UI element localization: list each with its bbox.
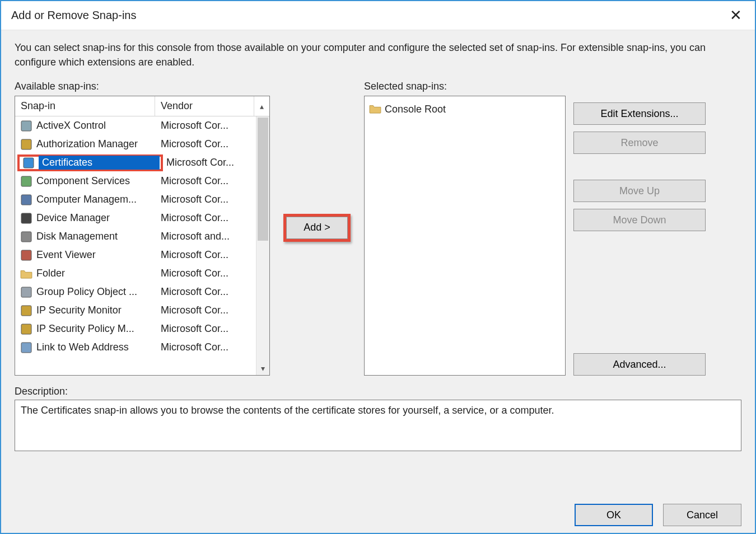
list-item-vendor: Microsoft Cor... xyxy=(157,268,254,279)
auth-icon xyxy=(20,138,33,151)
list-item-name: IP Security Policy M... xyxy=(36,323,157,335)
titlebar: Add or Remove Snap-ins ✕ xyxy=(1,1,755,30)
list-item-name: Authorization Manager xyxy=(36,138,157,150)
list-item[interactable]: CertificatesMicrosoft Cor... xyxy=(15,153,256,172)
cancel-button[interactable]: Cancel xyxy=(663,504,741,526)
remove-button[interactable]: Remove xyxy=(573,132,706,154)
tree-item[interactable]: Console Root xyxy=(369,101,561,118)
compmgmt-icon xyxy=(20,193,33,207)
list-item-vendor: Microsoft Cor... xyxy=(157,138,254,150)
dialog-window: Add or Remove Snap-ins ✕ You can select … xyxy=(0,0,756,534)
svg-rect-2 xyxy=(24,158,34,168)
list-item[interactable]: Link to Web AddressMicrosoft Cor... xyxy=(15,338,256,357)
list-item[interactable]: Component ServicesMicrosoft Cor... xyxy=(15,172,256,190)
columns: Available snap-ins: Snap-in Vendor ▴ Act… xyxy=(15,79,741,376)
list-item-vendor: Microsoft Cor... xyxy=(157,120,254,132)
list-item-vendor: Microsoft Cor... xyxy=(157,323,254,335)
event-icon xyxy=(20,249,33,262)
header-vendor[interactable]: Vendor xyxy=(155,96,254,116)
selected-column: Selected snap-ins: Console Root xyxy=(364,79,566,376)
ipsecpol-icon xyxy=(20,322,33,336)
list-item-name: Group Policy Object ... xyxy=(36,286,157,298)
list-item-name: Certificates xyxy=(39,156,160,170)
add-button-highlight: Add > xyxy=(283,214,351,242)
list-item[interactable]: Device ManagerMicrosoft Cor... xyxy=(15,209,256,227)
ipsecmon-icon xyxy=(20,304,33,317)
list-item[interactable]: IP Security Policy M...Microsoft Cor... xyxy=(15,320,256,338)
list-item-name: Folder xyxy=(36,268,157,279)
svg-rect-8 xyxy=(21,287,31,297)
list-item-name: IP Security Monitor xyxy=(36,305,157,316)
selected-label: Selected snap-ins: xyxy=(364,81,566,92)
list-item-vendor: Microsoft and... xyxy=(157,231,254,242)
list-item[interactable]: Event ViewerMicrosoft Cor... xyxy=(15,246,256,264)
device-icon xyxy=(20,212,33,225)
svg-rect-5 xyxy=(21,213,31,223)
ok-button[interactable]: OK xyxy=(575,504,653,526)
list-item[interactable]: Computer Managem...Microsoft Cor... xyxy=(15,190,256,209)
dialog-content: You can select snap-ins for this console… xyxy=(1,30,755,533)
side-buttons-column: . Edit Extensions... Remove Move Up Move… xyxy=(573,79,708,376)
list-item-vendor: Microsoft Cor... xyxy=(157,249,254,261)
folder-icon xyxy=(369,104,381,115)
middle-column: Add > xyxy=(278,79,356,376)
svg-rect-6 xyxy=(21,232,31,242)
list-item[interactable]: ActiveX ControlMicrosoft Cor... xyxy=(15,116,256,135)
svg-rect-3 xyxy=(21,176,31,186)
list-item-name: Device Manager xyxy=(36,212,157,224)
description-box: The Certificates snap-in allows you to b… xyxy=(15,400,741,451)
dialog-title: Add or Remove Snap-ins xyxy=(11,9,136,22)
list-item-vendor: Microsoft Cor... xyxy=(163,157,254,168)
scrollbar[interactable]: ▾ xyxy=(256,116,269,375)
list-item-vendor: Microsoft Cor... xyxy=(157,341,254,353)
tree-item-label: Console Root xyxy=(385,104,446,115)
svg-rect-11 xyxy=(21,343,31,353)
scroll-up-icon[interactable]: ▴ xyxy=(254,96,269,116)
description-text: The Certificates snap-in allows you to b… xyxy=(21,405,554,416)
move-down-button[interactable]: Move Down xyxy=(573,209,706,231)
activex-icon xyxy=(20,119,33,133)
edit-extensions-button[interactable]: Edit Extensions... xyxy=(573,102,706,125)
description-label: Description: xyxy=(15,386,741,397)
svg-rect-10 xyxy=(21,324,31,334)
list-item[interactable]: Authorization ManagerMicrosoft Cor... xyxy=(15,135,256,153)
weblink-icon xyxy=(20,341,33,354)
list-item[interactable]: IP Security MonitorMicrosoft Cor... xyxy=(15,301,256,320)
svg-rect-4 xyxy=(21,195,31,205)
scroll-down-icon[interactable]: ▾ xyxy=(256,364,269,373)
listview-header: Snap-in Vendor ▴ xyxy=(15,96,269,116)
svg-rect-0 xyxy=(21,121,31,131)
list-item-vendor: Microsoft Cor... xyxy=(157,194,254,205)
component-icon xyxy=(20,175,33,188)
list-item-name: Component Services xyxy=(36,175,157,187)
bottom-buttons: OK Cancel xyxy=(15,494,741,526)
listview-body: ActiveX ControlMicrosoft Cor...Authoriza… xyxy=(15,116,256,375)
available-column: Available snap-ins: Snap-in Vendor ▴ Act… xyxy=(15,79,270,376)
add-button[interactable]: Add > xyxy=(286,217,348,239)
intro-text: You can select snap-ins for this console… xyxy=(15,40,720,69)
list-item[interactable]: Disk ManagementMicrosoft and... xyxy=(15,227,256,246)
scroll-thumb[interactable] xyxy=(258,118,268,241)
selected-treeview[interactable]: Console Root xyxy=(364,96,566,376)
list-item[interactable]: Group Policy Object ...Microsoft Cor... xyxy=(15,283,256,301)
available-label: Available snap-ins: xyxy=(15,81,270,92)
header-snapin[interactable]: Snap-in xyxy=(15,96,155,116)
folder-icon xyxy=(20,267,33,280)
gpo-icon xyxy=(20,285,33,299)
advanced-button[interactable]: Advanced... xyxy=(573,353,706,376)
svg-rect-1 xyxy=(21,139,31,149)
list-item-name: Event Viewer xyxy=(36,249,157,261)
list-item-name: ActiveX Control xyxy=(36,120,157,132)
list-item-vendor: Microsoft Cor... xyxy=(157,175,254,187)
close-icon[interactable]: ✕ xyxy=(725,4,747,27)
list-item-highlight: Certificates xyxy=(17,154,163,171)
list-item-vendor: Microsoft Cor... xyxy=(157,212,254,224)
disk-icon xyxy=(20,230,33,243)
list-item-vendor: Microsoft Cor... xyxy=(157,305,254,316)
list-item-name: Disk Management xyxy=(36,231,157,242)
available-listview[interactable]: Snap-in Vendor ▴ ActiveX ControlMicrosof… xyxy=(15,96,270,376)
list-item[interactable]: FolderMicrosoft Cor... xyxy=(15,264,256,283)
list-item-name: Computer Managem... xyxy=(36,194,157,205)
svg-rect-7 xyxy=(21,250,31,260)
move-up-button[interactable]: Move Up xyxy=(573,180,706,202)
